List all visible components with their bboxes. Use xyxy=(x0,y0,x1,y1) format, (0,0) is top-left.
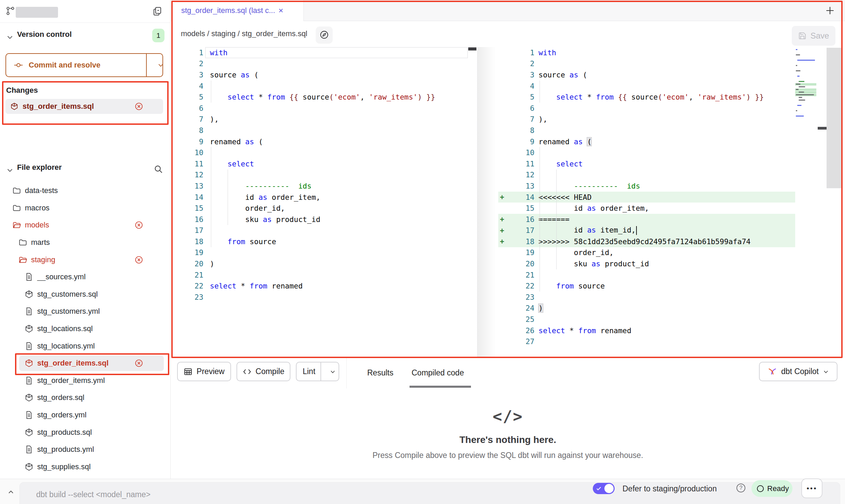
code-line-19[interactable]: 19 xyxy=(172,247,477,258)
code-line-24[interactable]: 24) xyxy=(498,303,845,314)
minimap[interactable] xyxy=(795,48,817,127)
code-line-3[interactable]: 3source as ( xyxy=(498,69,845,80)
code-line-19[interactable]: 19 order_id, xyxy=(498,247,845,258)
file-row-staging[interactable]: staging xyxy=(0,251,171,268)
dbt-copilot-button[interactable]: dbt Copilot xyxy=(759,362,837,381)
discard-change-icon[interactable] xyxy=(134,221,143,229)
defer-toggle[interactable] xyxy=(593,483,615,494)
code-line-9[interactable]: 9renamed as ( xyxy=(498,136,845,147)
code-line-27[interactable]: 27 xyxy=(498,336,845,347)
file-row-marts[interactable]: marts xyxy=(0,234,171,251)
lint-options-chevron-icon[interactable] xyxy=(325,362,340,381)
code-line-17[interactable]: +17 id as item_id, xyxy=(498,225,845,236)
code-line-23[interactable]: 23 xyxy=(498,292,845,303)
code-line-17[interactable]: 17 xyxy=(172,225,477,236)
changes-file-row[interactable]: stg_order_items.sql xyxy=(5,99,163,114)
code-line-1[interactable]: 1with xyxy=(498,47,845,58)
left-scrollbar-thumb[interactable] xyxy=(468,47,476,50)
file-row-stg_customers.yml[interactable]: stg_customers.yml xyxy=(0,303,171,320)
file-row-stg_products.sql[interactable]: stg_products.sql xyxy=(0,424,171,441)
discard-change-icon[interactable] xyxy=(134,359,143,368)
tab-results[interactable]: Results xyxy=(367,357,393,388)
code-line-3[interactable]: 3source as ( xyxy=(172,69,477,80)
code-line-8[interactable]: 8 xyxy=(498,125,845,136)
code-line-22[interactable]: 22 from source xyxy=(498,280,845,292)
lineage-compass-icon[interactable] xyxy=(316,27,332,43)
code-line-16[interactable]: 16 sku as product_id xyxy=(172,214,477,225)
file-row-data-tests[interactable]: data-tests xyxy=(0,182,171,199)
file-row-models[interactable]: models xyxy=(0,217,171,234)
new-tab-plus-icon[interactable] xyxy=(825,5,835,16)
code-line-26[interactable]: 26select * from renamed xyxy=(498,325,845,336)
code-line-14[interactable]: 14 id as order_item, xyxy=(172,192,477,203)
code-line-5[interactable]: 5 select * from {{ source('ecom', 'raw_i… xyxy=(172,91,477,103)
chevron-down-icon[interactable] xyxy=(6,33,14,41)
minimap-slider[interactable] xyxy=(827,48,842,188)
code-line-5[interactable]: 5 select * from {{ source('ecom', 'raw_i… xyxy=(498,91,845,103)
code-line-21[interactable]: 21 xyxy=(172,269,477,281)
code-line-8[interactable]: 8 xyxy=(172,125,477,136)
file-row-stg_order_items.yml[interactable]: stg_order_items.yml xyxy=(0,372,171,389)
code-line-18[interactable]: +18>>>>>>> 58c1dd23d5eebd9cd2495fa7124ab… xyxy=(498,236,845,247)
lint-button[interactable]: Lint xyxy=(296,362,339,381)
code-line-1[interactable]: 1with xyxy=(172,47,477,58)
chevron-up-icon[interactable] xyxy=(7,488,15,496)
compile-button[interactable]: Compile xyxy=(237,362,290,381)
file-row-macros[interactable]: macros xyxy=(0,199,171,217)
file-row-stg_order_items.sql[interactable]: stg_order_items.sql xyxy=(0,355,171,372)
code-line-15[interactable]: 15 id as order_item, xyxy=(498,203,845,214)
commit-and-resolve-button[interactable]: Commit and resolve xyxy=(5,53,163,77)
tab-compiled-code[interactable]: Compiled code xyxy=(412,357,464,388)
search-icon[interactable] xyxy=(154,164,163,174)
discard-change-icon[interactable] xyxy=(134,102,143,111)
code-line-16[interactable]: +16======= xyxy=(498,214,845,225)
command-input[interactable]: dbt build --select <model_name> xyxy=(19,482,840,504)
file-row-stg_supplies.sql[interactable]: stg_supplies.sql xyxy=(0,458,171,476)
more-options-button[interactable]: ••• xyxy=(801,478,822,498)
file-row-stg_locations.yml[interactable]: stg_locations.yml xyxy=(0,337,171,355)
code-line-6[interactable]: 6 xyxy=(498,103,845,114)
tab-stg-order-items[interactable]: stg_order_items.sql (last c... × xyxy=(172,0,304,21)
commit-options-chevron-icon[interactable] xyxy=(152,54,169,76)
chevron-down-icon[interactable] xyxy=(6,166,14,174)
preview-button[interactable]: Preview xyxy=(177,362,231,381)
code-line-13[interactable]: 13 ---------- ids xyxy=(498,180,845,192)
code-line-9[interactable]: 9renamed as ( xyxy=(172,136,477,147)
file-row-stg_products.yml[interactable]: stg_products.yml xyxy=(0,441,171,458)
code-pane-left[interactable]: 1with23source as (45 select * from {{ so… xyxy=(172,47,477,303)
code-line-13[interactable]: 13 ---------- ids xyxy=(172,180,477,192)
code-line-21[interactable]: 21 xyxy=(498,269,845,281)
file-row-stg_orders.sql[interactable]: stg_orders.sql xyxy=(0,389,171,406)
code-line-4[interactable]: 4 xyxy=(498,80,845,92)
save-button[interactable]: Save xyxy=(792,26,835,46)
code-line-25[interactable]: 25 xyxy=(498,314,845,325)
code-line-2[interactable]: 2 xyxy=(172,58,477,70)
file-row-__sources.yml[interactable]: __sources.yml xyxy=(0,268,171,286)
file-row-stg_customers.sql[interactable]: stg_customers.sql xyxy=(0,286,171,303)
close-icon[interactable]: × xyxy=(278,6,283,15)
status-ready-badge[interactable]: Ready xyxy=(751,480,792,497)
code-line-6[interactable]: 6 xyxy=(172,103,477,114)
help-icon[interactable]: ? xyxy=(736,484,745,492)
code-line-15[interactable]: 15 order_id, xyxy=(172,203,477,214)
code-line-12[interactable]: 12 xyxy=(172,169,477,181)
code-line-7[interactable]: 7), xyxy=(498,114,845,125)
code-line-23[interactable]: 23 xyxy=(172,292,477,303)
discard-change-icon[interactable] xyxy=(134,255,143,264)
code-line-11[interactable]: 11 select xyxy=(498,158,845,169)
code-line-20[interactable]: 20) xyxy=(172,258,477,269)
code-line-20[interactable]: 20 sku as product_id xyxy=(498,258,845,269)
copy-files-icon[interactable] xyxy=(152,6,162,16)
code-line-10[interactable]: 10 xyxy=(498,147,845,158)
code-line-12[interactable]: 12 xyxy=(498,169,845,181)
code-pane-right[interactable]: 1with23source as (45 select * from {{ so… xyxy=(498,47,845,347)
file-explorer-title[interactable]: File explorer xyxy=(17,163,62,172)
file-row-stg_orders.yml[interactable]: stg_orders.yml xyxy=(0,406,171,424)
code-line-2[interactable]: 2 xyxy=(498,58,845,70)
right-scrollbar-thumb[interactable] xyxy=(818,127,827,130)
code-line-7[interactable]: 7), xyxy=(172,114,477,125)
file-row-stg_locations.sql[interactable]: stg_locations.sql xyxy=(0,320,171,338)
code-line-22[interactable]: 22select * from renamed xyxy=(172,280,477,292)
code-line-10[interactable]: 10 xyxy=(172,147,477,158)
version-control-title[interactable]: Version control xyxy=(17,30,72,39)
